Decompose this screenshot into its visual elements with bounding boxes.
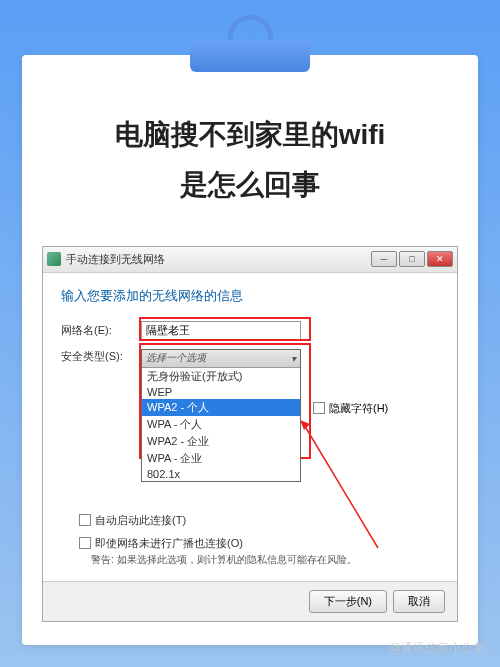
hide-chars-checkbox[interactable]: [313, 402, 325, 414]
auto-connect-label: 自动启动此连接(T): [95, 513, 186, 528]
window-body: 输入您要添加的无线网络的信息 网络名(E): 安全类型(S): 选择一个选项 ▾…: [43, 273, 457, 581]
dropdown-option[interactable]: WPA - 企业: [142, 450, 300, 467]
network-name-input[interactable]: [141, 321, 301, 340]
dropdown-option[interactable]: WPA - 个人: [142, 416, 300, 433]
dropdown-option[interactable]: WEP: [142, 385, 300, 399]
close-button[interactable]: ✕: [427, 251, 453, 267]
next-button[interactable]: 下一步(N): [309, 590, 387, 613]
label-network-name: 网络名(E):: [61, 323, 141, 338]
clipboard-clip: [190, 15, 310, 75]
dropdown-option[interactable]: WPA2 - 企业: [142, 433, 300, 450]
dropdown-option[interactable]: WPA2 - 个人: [142, 399, 300, 416]
warning-text: 警告: 如果选择此选项，则计算机的隐私信息可能存在风险。: [91, 553, 439, 567]
watermark: @通讯信息小公举: [389, 640, 485, 657]
security-type-dropdown[interactable]: 选择一个选项 ▾ 无身份验证(开放式) WEP WPA2 - 个人 WPA - …: [141, 349, 301, 482]
label-security-type: 安全类型(S):: [61, 349, 141, 364]
hide-chars-checkbox-row: 隐藏字符(H): [313, 401, 388, 416]
window-footer: 下一步(N) 取消: [43, 581, 457, 621]
chevron-down-icon: ▾: [291, 353, 296, 364]
dropdown-option[interactable]: 无身份验证(开放式): [142, 368, 300, 385]
maximize-button[interactable]: □: [399, 251, 425, 267]
window-controls: ─ □ ✕: [371, 251, 453, 267]
connect-hidden-checkbox[interactable]: [79, 537, 91, 549]
connect-hidden-label: 即使网络未进行广播也连接(O): [95, 536, 243, 551]
dropdown-selected-display[interactable]: 选择一个选项 ▾: [142, 350, 300, 367]
instruction-text: 输入您要添加的无线网络的信息: [61, 287, 439, 305]
dropdown-option[interactable]: 802.1x: [142, 467, 300, 481]
window-icon: [47, 252, 61, 266]
title-line-1: 电脑搜不到家里的wifi: [42, 110, 458, 160]
hide-chars-label: 隐藏字符(H): [329, 401, 388, 416]
page-title: 电脑搜不到家里的wifi 是怎么回事: [42, 110, 458, 211]
title-line-2: 是怎么回事: [42, 160, 458, 210]
windows-dialog: 手动连接到无线网络 ─ □ ✕ 输入您要添加的无线网络的信息 网络名(E): 安…: [42, 246, 458, 622]
clipboard-paper: 电脑搜不到家里的wifi 是怎么回事 手动连接到无线网络 ─ □ ✕ 输入您要添…: [22, 55, 478, 645]
window-title: 手动连接到无线网络: [66, 252, 165, 267]
auto-connect-checkbox[interactable]: [79, 514, 91, 526]
window-titlebar: 手动连接到无线网络 ─ □ ✕: [43, 247, 457, 273]
dropdown-options-list: 无身份验证(开放式) WEP WPA2 - 个人 WPA - 个人 WPA2 -…: [142, 367, 300, 481]
cancel-button[interactable]: 取消: [393, 590, 445, 613]
minimize-button[interactable]: ─: [371, 251, 397, 267]
